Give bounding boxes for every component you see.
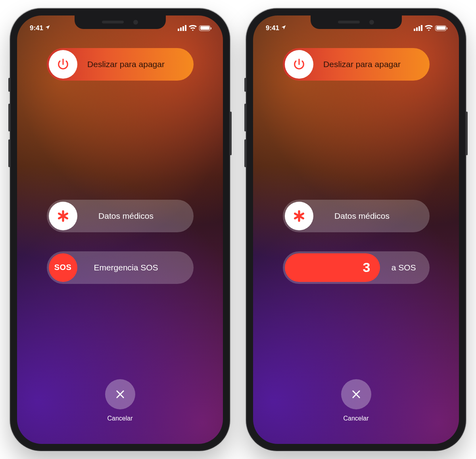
cancel-button[interactable] [341,379,371,409]
cancel-label: Cancelar [107,415,132,422]
power-off-label: Deslizar para apagar [79,60,194,69]
close-icon [115,389,126,400]
status-time: 9:41 [30,24,43,32]
volume-up-button[interactable] [244,104,246,131]
status-time: 9:41 [266,24,279,32]
phone-right: 9:41 Deslizar para apaga [246,8,466,451]
location-icon [45,24,50,32]
volume-up-button[interactable] [8,104,10,131]
mute-switch[interactable] [244,78,246,92]
asterisk-icon [56,209,70,223]
phone-left: 9:41 Deslizar par [10,8,230,451]
power-off-knob[interactable] [49,50,77,79]
power-off-slider[interactable]: Deslizar para apagar [47,48,194,81]
location-icon [281,24,286,32]
sos-icon: SOS [54,263,72,272]
power-off-label: Deslizar para apagar [315,60,430,69]
sos-countdown-number: 3 [363,260,370,275]
medical-id-slider[interactable]: Datos médicos [47,200,194,232]
notch [311,15,402,29]
mute-switch[interactable] [8,78,10,92]
screen: 9:41 Deslizar par [17,15,223,444]
cellular-signal-icon [178,25,186,31]
cancel-label: Cancelar [343,415,369,422]
side-button[interactable] [466,112,468,155]
volume-down-button[interactable] [8,139,10,167]
power-off-slider[interactable]: Deslizar para apagar [283,48,430,81]
power-icon [292,58,306,71]
asterisk-icon [292,209,306,223]
emergency-sos-trail-label: a SOS [392,251,416,284]
medical-id-knob[interactable] [285,202,313,230]
battery-icon [435,25,446,31]
power-off-knob[interactable] [285,50,313,79]
battery-icon [199,25,210,31]
emergency-sos-slider-countdown[interactable]: a SOS 3 [283,251,430,284]
side-button[interactable] [230,112,232,155]
medical-id-label: Datos médicos [79,211,194,221]
medical-id-label: Datos médicos [315,211,430,221]
wifi-icon [189,25,197,31]
cancel-button[interactable] [105,379,135,409]
medical-id-knob[interactable] [49,202,77,230]
emergency-sos-knob[interactable]: SOS [49,253,77,282]
power-icon [56,58,70,71]
close-icon [351,389,362,400]
emergency-sos-slider[interactable]: SOS Emergencia SOS [47,251,194,284]
wifi-icon [425,25,433,31]
emergency-sos-label: Emergencia SOS [79,263,194,272]
medical-id-slider[interactable]: Datos médicos [283,200,430,232]
notch [75,15,166,29]
emergency-sos-countdown-fill[interactable]: 3 [285,253,380,282]
volume-down-button[interactable] [244,139,246,167]
cellular-signal-icon [414,25,422,31]
screen: 9:41 Deslizar para apaga [253,15,459,444]
